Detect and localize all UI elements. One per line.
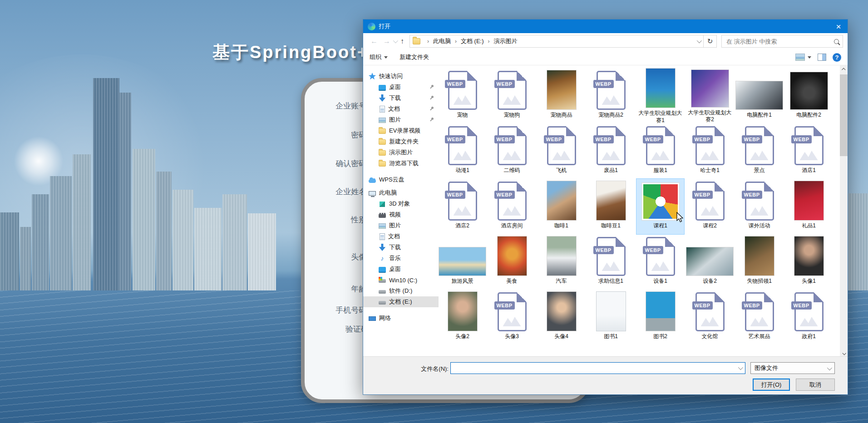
dialog-title: 打开	[379, 22, 829, 30]
breadcrumb-drive-e[interactable]: 文档 (E:)	[460, 37, 485, 45]
file-item[interactable]: WEBP	[488, 345, 536, 357]
file-item[interactable]: WEBP二维码	[488, 123, 536, 179]
file-item[interactable]: WEBP课外活动	[735, 179, 783, 234]
file-name-label: 二维码	[504, 167, 520, 174]
file-item[interactable]: 旅游风景	[439, 234, 486, 290]
file-item[interactable]: 电脑配件1	[735, 68, 783, 123]
file-item[interactable]: WEBP求助信息1	[587, 234, 635, 290]
file-item[interactable]: WEBP艺术展品	[735, 290, 783, 345]
up-icon[interactable]: ↑	[400, 37, 404, 45]
pic-icon	[379, 118, 386, 123]
file-item[interactable]: 头像2	[439, 290, 486, 345]
file-item[interactable]: 电脑配件2	[785, 68, 833, 123]
view-mode-button[interactable]	[795, 54, 811, 61]
file-item[interactable]: 图书1	[587, 290, 635, 345]
file-item[interactable]: WEBP头像3	[488, 290, 536, 345]
file-item[interactable]: WEBP酒店房间	[488, 179, 536, 234]
sidebar-item[interactable]: 桌面	[363, 264, 439, 275]
file-item[interactable]: 礼品1	[785, 179, 833, 234]
file-item[interactable]: WEBP废品1	[587, 123, 635, 179]
scroll-up-icon[interactable]	[840, 65, 848, 73]
file-item[interactable]: WEBP设备1	[636, 234, 684, 290]
dialog-titlebar[interactable]: 打开 ×	[363, 20, 848, 33]
file-item[interactable]: 图书2	[636, 290, 684, 345]
file-item[interactable]: 美食	[488, 234, 536, 290]
file-item[interactable]: 设备2	[686, 234, 734, 290]
sidebar-item[interactable]: ♪音乐	[363, 253, 439, 264]
file-item[interactable]: 大学生职业规划大赛1	[636, 68, 684, 123]
organize-button[interactable]: 组织	[370, 53, 388, 61]
sidebar-item[interactable]: 软件 (D:)	[363, 285, 439, 296]
file-item[interactable]: WEBP	[439, 345, 486, 357]
sidebar-item[interactable]: 3D 对象	[363, 198, 439, 209]
building	[248, 213, 276, 290]
sidebar-item[interactable]: 快速访问	[363, 71, 439, 82]
file-item[interactable]: WEBP政府1	[785, 290, 833, 345]
sidebar-item[interactable]: 文档 (E:)	[363, 296, 439, 307]
sidebar-item[interactable]: 图片	[363, 114, 439, 125]
breadcrumb-this-pc[interactable]: 此电脑	[432, 37, 452, 45]
file-item[interactable]: WEBP文化馆	[686, 290, 734, 345]
scrollbar[interactable]	[840, 65, 848, 357]
sidebar-item[interactable]: 网络	[363, 313, 439, 324]
file-item[interactable]: WEBP哈士奇1	[686, 123, 734, 179]
file-item[interactable]: 咖啡1	[538, 179, 585, 234]
file-item[interactable]: WEBP宠物狗	[488, 68, 536, 123]
file-item[interactable]: WEBP酒店2	[439, 179, 486, 234]
sidebar-item[interactable]: WPS云盘	[363, 174, 439, 185]
sidebar-item[interactable]: Win10 (C:)	[363, 275, 439, 285]
open-button[interactable]: 打开(O)	[753, 379, 790, 391]
sidebar-item[interactable]: 文档	[363, 231, 439, 242]
address-box[interactable]: › 此电脑 › 文档 (E:) › 演示图片	[409, 35, 704, 48]
cancel-button[interactable]: 取消	[796, 379, 835, 391]
file-item[interactable]: 头像4	[538, 290, 585, 345]
filetype-select[interactable]: 图像文件	[750, 362, 835, 374]
file-item[interactable]: 课程1	[636, 179, 684, 234]
sidebar-item[interactable]: 演示图片	[363, 147, 439, 158]
forward-icon[interactable]: →	[383, 37, 390, 45]
file-item[interactable]: 宠物商品	[538, 68, 585, 123]
sidebar-item[interactable]: 游览器下载	[363, 158, 439, 169]
new-folder-button[interactable]: 新建文件夹	[399, 53, 429, 61]
file-item[interactable]: WEBP景点	[735, 123, 783, 179]
sidebar-item[interactable]: 文档	[363, 103, 439, 114]
sidebar-item-label: 新建文件夹	[389, 138, 419, 146]
search-input[interactable]	[725, 38, 834, 45]
filename-input[interactable]	[451, 363, 735, 374]
help-icon[interactable]: ?	[833, 53, 841, 62]
sidebar-item[interactable]: 视频	[363, 209, 439, 220]
file-item[interactable]: WEBP动漫1	[439, 123, 486, 179]
file-item[interactable]	[636, 345, 684, 357]
close-icon[interactable]: ×	[829, 20, 848, 33]
file-item[interactable]: 大学生职业规划大赛2	[686, 68, 734, 123]
filename-dropdown-chevron-icon[interactable]	[735, 366, 745, 370]
search-icon	[834, 39, 839, 44]
sidebar-item[interactable]: 下载	[363, 93, 439, 103]
history-chevron-icon[interactable]	[393, 38, 398, 43]
file-item[interactable]: WEBP课程2	[686, 179, 734, 234]
sidebar-item[interactable]: 图片	[363, 220, 439, 231]
back-icon[interactable]: ←	[370, 37, 378, 45]
file-item[interactable]: 头像1	[785, 234, 833, 290]
address-dropdown-chevron-icon[interactable]	[697, 38, 702, 43]
refresh-icon[interactable]: ↻	[704, 35, 717, 48]
sidebar-item[interactable]: EV录屏视频	[363, 125, 439, 136]
file-item[interactable]: WEBP宠物商品2	[587, 68, 635, 123]
sidebar-item[interactable]: 此电脑	[363, 187, 439, 198]
file-item[interactable]: WEBP服装1	[636, 123, 684, 179]
filename-field[interactable]	[450, 362, 745, 374]
file-item[interactable]: 失物招领1	[735, 234, 783, 290]
file-item[interactable]: WEBP	[538, 345, 585, 357]
file-item[interactable]: 汽车	[538, 234, 585, 290]
file-item[interactable]: WEBP飞机	[538, 123, 585, 179]
file-item[interactable]: 咖啡豆1	[587, 179, 635, 234]
scrollbar-thumb[interactable]	[840, 74, 848, 156]
file-item[interactable]: WEBP宠物	[439, 68, 486, 123]
sidebar-item[interactable]: 下载	[363, 242, 439, 253]
sidebar-item[interactable]: 新建文件夹	[363, 136, 439, 147]
breadcrumb-demo-pictures[interactable]: 演示图片	[493, 37, 518, 45]
file-item[interactable]: WEBP酒店1	[785, 123, 833, 179]
search-box[interactable]	[721, 35, 843, 48]
preview-pane-icon[interactable]	[818, 54, 826, 61]
sidebar-item[interactable]: 桌面	[363, 82, 439, 93]
